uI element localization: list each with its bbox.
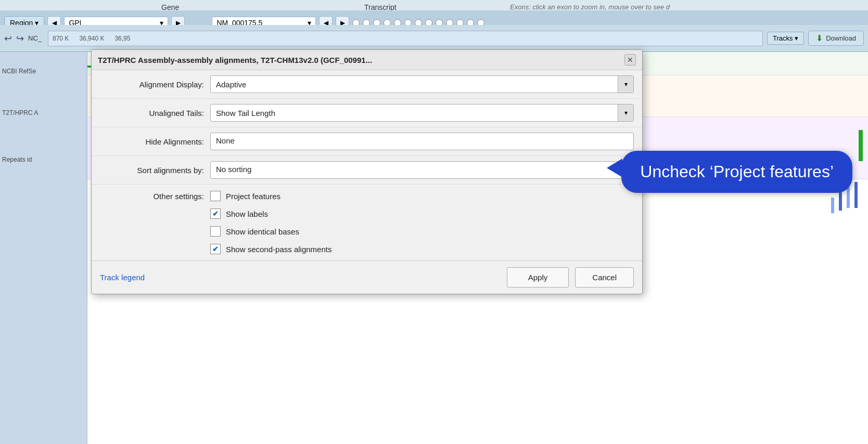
project-features-checkbox[interactable] <box>210 191 221 201</box>
ruler-middle-value: 36,940 K <box>79 35 104 42</box>
show-second-pass-item: ✔ Show second-pass alignments <box>210 244 331 254</box>
project-features-item: Project features <box>210 191 331 201</box>
other-settings-row: Other settings: Project features ✔ Show … <box>92 185 642 260</box>
alignment-display-label: Alignment Display: <box>100 80 204 89</box>
alignment-display-row: Alignment Display: Adaptive ▾ <box>92 70 642 99</box>
sort-alignments-label: Sort alignments by: <box>100 166 204 175</box>
unaligned-tails-row: Unaligned Tails: Show Tail Length ▾ <box>92 99 642 127</box>
project-features-label: Project features <box>226 192 280 201</box>
hide-alignments-row: Hide Alignments: None <box>92 127 642 156</box>
alignment-display-select[interactable]: Adaptive ▾ <box>210 75 634 93</box>
right-blue-bar-1 <box>854 182 858 208</box>
hide-alignments-value[interactable]: None <box>210 133 634 150</box>
right-green-bar <box>859 130 863 161</box>
tracks-label: Tracks ▾ <box>773 34 798 42</box>
alignment-display-arrow-icon[interactable]: ▾ <box>618 76 633 93</box>
dialog-body: Alignment Display: Adaptive ▾ Unaligned … <box>92 70 642 260</box>
undo-button[interactable]: ↩ <box>4 33 12 44</box>
ruler-left-value: 870 K <box>53 35 69 42</box>
settings-dialog: T2T/HPRC Assembly-assembly alignments, T… <box>91 49 643 294</box>
footer-buttons: Apply Cancel <box>507 267 634 288</box>
dialog-title: T2T/HPRC Assembly-assembly alignments, T… <box>98 56 372 64</box>
checkboxes-list: Project features ✔ Show labels Show iden… <box>210 191 331 254</box>
refseq-label: NCBI RefSe <box>2 68 36 75</box>
track-legend-link[interactable]: Track legend <box>100 273 145 282</box>
unaligned-tails-select[interactable]: Show Tail Length ▾ <box>210 104 634 122</box>
show-labels-item: ✔ Show labels <box>210 208 331 219</box>
other-settings-label: Other settings: <box>100 191 204 201</box>
show-labels-label: Show labels <box>226 210 268 218</box>
show-identical-bases-item: Show identical bases <box>210 226 331 237</box>
hide-alignments-label: Hide Alignments: <box>100 137 204 146</box>
unaligned-tails-arrow-icon[interactable]: ▾ <box>618 105 633 121</box>
download-button[interactable]: ⬇ Download <box>808 31 864 46</box>
show-second-pass-check-icon: ✔ <box>212 245 219 253</box>
unaligned-tails-label: Unaligned Tails: <box>100 109 204 117</box>
unaligned-tails-value: Show Tail Length <box>211 109 618 117</box>
dialog-title-bar: T2T/HPRC Assembly-assembly alignments, T… <box>92 50 642 70</box>
show-second-pass-label: Show second-pass alignments <box>226 245 331 254</box>
right-blue-bar-2 <box>847 187 850 208</box>
download-label: Download <box>826 34 856 42</box>
show-second-pass-checkbox[interactable]: ✔ <box>210 244 221 254</box>
alignment-display-value: Adaptive <box>211 80 618 89</box>
show-labels-checkbox[interactable]: ✔ <box>210 208 221 219</box>
ruler-right-value: 36,95 <box>114 35 130 42</box>
second-toolbar: ↩ ↪ NC_ 870 K 36,940 K 36,95 Tracks ▾ ⬇ … <box>0 25 868 52</box>
sort-alignments-value[interactable]: No sorting <box>210 161 634 179</box>
tracks-button[interactable]: Tracks ▾ <box>767 32 804 45</box>
download-arrow-icon: ⬇ <box>816 33 823 43</box>
sort-alignments-row: Sort alignments by: No sorting <box>92 156 642 185</box>
cancel-button[interactable]: Cancel <box>575 267 634 288</box>
show-labels-check-icon: ✔ <box>212 210 219 218</box>
apply-button[interactable]: Apply <box>507 267 569 288</box>
ruler-area: 870 K 36,940 K 36,95 <box>48 31 763 46</box>
repeats-label: Repeats id <box>2 156 32 163</box>
right-track-bars <box>764 52 868 208</box>
nc-label: NC_ <box>28 34 42 42</box>
show-identical-bases-checkbox[interactable] <box>210 226 221 237</box>
right-blue-bar-3 <box>839 192 842 211</box>
right-blue-bar-4 <box>831 198 834 213</box>
dialog-close-button[interactable]: ✕ <box>624 54 636 66</box>
left-panel: NCBI RefSe T2T/HPRC A Repeats id <box>0 52 87 444</box>
dialog-footer: Track legend Apply Cancel <box>92 260 642 294</box>
show-identical-bases-label: Show identical bases <box>226 227 299 236</box>
t2t-label: T2T/HPRC A <box>2 109 38 116</box>
redo-button[interactable]: ↪ <box>16 33 24 44</box>
